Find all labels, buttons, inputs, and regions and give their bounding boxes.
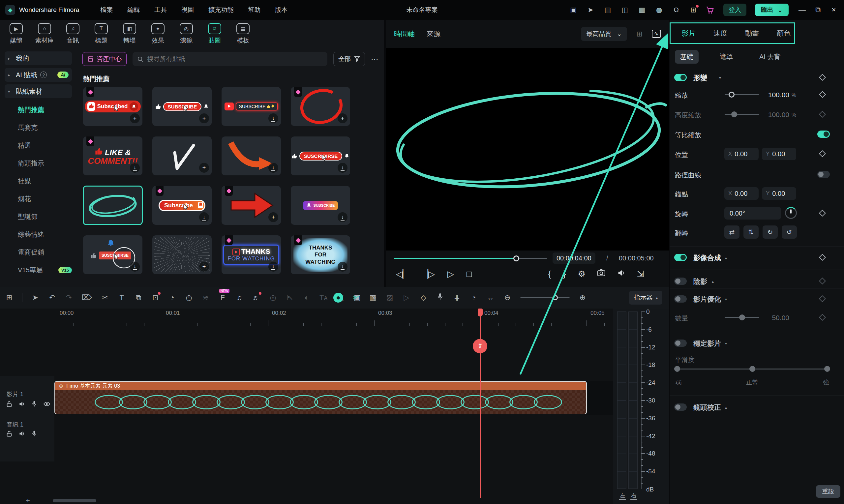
menu-item-4[interactable]: 擴充功能 bbox=[208, 5, 233, 14]
enhance-toggle[interactable] bbox=[674, 295, 687, 303]
mute-button[interactable] bbox=[617, 269, 625, 279]
sidebar-item-4[interactable]: 社媒 bbox=[5, 172, 72, 190]
sticker-card-8[interactable] bbox=[83, 186, 142, 225]
filter-button[interactable]: 全部 bbox=[333, 52, 365, 66]
position-x-field[interactable]: X0.00 bbox=[724, 148, 759, 160]
track-manager-icon[interactable]: ⊞ bbox=[5, 293, 13, 302]
sticker-card-5[interactable]: + bbox=[152, 137, 212, 175]
lens-collapse-icon[interactable]: ▴ bbox=[725, 405, 727, 410]
download-button[interactable]: ↓ bbox=[130, 163, 140, 173]
anchor-y-field[interactable]: Y0.00 bbox=[762, 187, 796, 200]
menu-item-6[interactable]: 版本 bbox=[275, 5, 287, 14]
delete-icon[interactable]: ⌦ bbox=[82, 293, 92, 302]
sticker-card-7[interactable]: SUSCRIBIRSE ↓ bbox=[291, 137, 350, 175]
shadow-toggle[interactable] bbox=[674, 277, 687, 285]
motion-track-icon[interactable]: ◎ bbox=[269, 293, 277, 302]
indicator-dropdown[interactable]: 指示器 ▴ bbox=[629, 291, 662, 305]
rotate-dial[interactable] bbox=[785, 207, 797, 219]
add-to-timeline-button[interactable]: + bbox=[338, 113, 347, 123]
rotate-cw-button[interactable]: ↻ bbox=[762, 226, 778, 239]
sticker-card-13[interactable]: + bbox=[152, 235, 212, 274]
compound-clip-icon[interactable]: ⇱ bbox=[286, 293, 294, 302]
tab-timeline-preview[interactable]: 時間軸 bbox=[394, 29, 415, 39]
redo-icon[interactable]: ↷ bbox=[65, 293, 73, 302]
lock-icon[interactable] bbox=[6, 431, 13, 437]
rotate-ccw-button[interactable]: ↺ bbox=[782, 226, 797, 239]
record-icon[interactable] bbox=[31, 401, 38, 407]
export-button[interactable]: 匯出 ⌄ bbox=[755, 4, 789, 16]
snapshot-button[interactable] bbox=[597, 269, 605, 279]
sticker-card-10[interactable]: + bbox=[221, 186, 281, 225]
anchor-x-field[interactable]: X0.00 bbox=[724, 187, 759, 200]
quality-dropdown[interactable]: 最高品質 ⌄ bbox=[581, 27, 627, 41]
beat-detect-icon[interactable]: ♫ bbox=[235, 293, 243, 302]
restore-button[interactable]: ⧉ bbox=[813, 5, 823, 14]
ai-audio-icon[interactable]: ♬ bbox=[252, 293, 260, 302]
previous-frame-button[interactable]: ◁▏ bbox=[396, 269, 409, 279]
library-tab-2[interactable]: ♫音訊 bbox=[59, 20, 87, 48]
rotate-keyframe-icon[interactable] bbox=[819, 210, 826, 217]
save-project-icon[interactable]: ▦ bbox=[638, 6, 646, 14]
undo-icon[interactable]: ↶ bbox=[48, 293, 56, 302]
sticker-card-6[interactable]: ↓ bbox=[221, 137, 281, 175]
sidebar-item-0[interactable]: 熱門推薦 bbox=[5, 101, 72, 119]
timer-icon[interactable]: ◷ bbox=[185, 293, 193, 302]
menu-item-1[interactable]: 編輯 bbox=[127, 5, 140, 14]
compositing-collapse-icon[interactable]: ▴ bbox=[725, 255, 727, 260]
menu-item-0[interactable]: 檔案 bbox=[100, 5, 113, 14]
sidebar-item-9[interactable]: V15專屬V15 bbox=[5, 261, 72, 279]
inspector-tab-0[interactable]: 影片 bbox=[682, 29, 696, 38]
compositing-toggle[interactable] bbox=[674, 254, 687, 261]
login-button[interactable]: 登入 bbox=[723, 4, 747, 16]
position-keyframe-icon[interactable] bbox=[819, 150, 826, 157]
inspector-tab-1[interactable]: 速度 bbox=[714, 29, 727, 38]
image-overlay-icon[interactable]: ▨ bbox=[386, 293, 394, 302]
tab-source-preview[interactable]: 來源 bbox=[427, 29, 441, 39]
sidebar-item-5[interactable]: 烟花 bbox=[5, 190, 72, 208]
ai-color-icon[interactable]: ◐ bbox=[303, 293, 310, 302]
help-icon[interactable]: ? bbox=[40, 72, 47, 78]
download-button[interactable]: ↓ bbox=[338, 163, 347, 173]
text-tool-icon[interactable]: T bbox=[118, 293, 126, 302]
sidebar-item-3[interactable]: 箭頭指示 bbox=[5, 154, 72, 172]
time-ruler[interactable]: 00:0000:0100:0200:0300:0400:05 bbox=[0, 308, 613, 328]
visibility-icon[interactable] bbox=[43, 401, 50, 407]
multi-view-icon[interactable]: ⊞ bbox=[636, 30, 642, 38]
mark-out-button[interactable]: } bbox=[563, 269, 566, 279]
workspace-layout-icon[interactable]: ◫ bbox=[621, 6, 629, 14]
playback-settings-button[interactable]: ⚙ bbox=[578, 269, 585, 279]
mark-in-button[interactable]: { bbox=[548, 269, 551, 279]
cart-icon[interactable] bbox=[706, 6, 715, 14]
preview-seek-bar[interactable] bbox=[394, 258, 547, 259]
seek-handle[interactable] bbox=[513, 255, 519, 262]
speed-icon[interactable]: ◔ bbox=[168, 293, 176, 302]
sidebar-item-7[interactable]: 綜藝情緒 bbox=[5, 226, 72, 243]
flip-horizontal-button[interactable]: ⇄ bbox=[724, 226, 739, 239]
enhance-collapse-icon[interactable]: ▾ bbox=[725, 297, 727, 302]
library-tab-6[interactable]: ◎濾鏡 bbox=[172, 20, 200, 48]
playhead-pin[interactable] bbox=[478, 308, 483, 317]
sticker-card-9[interactable]: Subscribe ↓ bbox=[152, 186, 212, 225]
menu-item-5[interactable]: 幫助 bbox=[248, 5, 261, 14]
proxy-clip-icon[interactable]: ◔ bbox=[470, 293, 478, 302]
library-tab-7[interactable]: ☺貼圖 bbox=[200, 20, 229, 48]
select-tool-icon[interactable]: ➤ bbox=[31, 293, 39, 302]
add-to-timeline-button[interactable]: + bbox=[268, 212, 278, 222]
scale-value[interactable]: 100.00 bbox=[759, 91, 789, 99]
overlay-copy-icon[interactable]: ⧉ bbox=[134, 293, 142, 302]
download-button[interactable]: ↓ bbox=[268, 163, 278, 173]
sidebar-item-1[interactable]: 馬賽克 bbox=[5, 119, 72, 137]
download-button[interactable]: ↓ bbox=[338, 212, 347, 222]
reset-button[interactable]: 重設 bbox=[816, 485, 840, 498]
export-frame-icon[interactable]: ▥ bbox=[369, 293, 377, 302]
library-tab-1[interactable]: ⌂素材庫 bbox=[30, 20, 59, 48]
share-icon[interactable]: ◍ bbox=[655, 6, 663, 14]
uniform-scale-toggle[interactable] bbox=[817, 130, 830, 138]
zoom-in-icon[interactable]: ⊕ bbox=[579, 293, 587, 302]
stabilize-collapse-icon[interactable]: ▾ bbox=[725, 341, 727, 346]
screen-record-icon[interactable]: ⊡ bbox=[151, 293, 159, 302]
current-timecode[interactable]: 00:00:04:00 bbox=[553, 252, 595, 264]
download-button[interactable]: ↓ bbox=[268, 113, 278, 123]
sidebar-group-0[interactable]: ▸我的 bbox=[5, 51, 72, 65]
sticker-card-0[interactable]: Subscribed + bbox=[83, 87, 142, 126]
